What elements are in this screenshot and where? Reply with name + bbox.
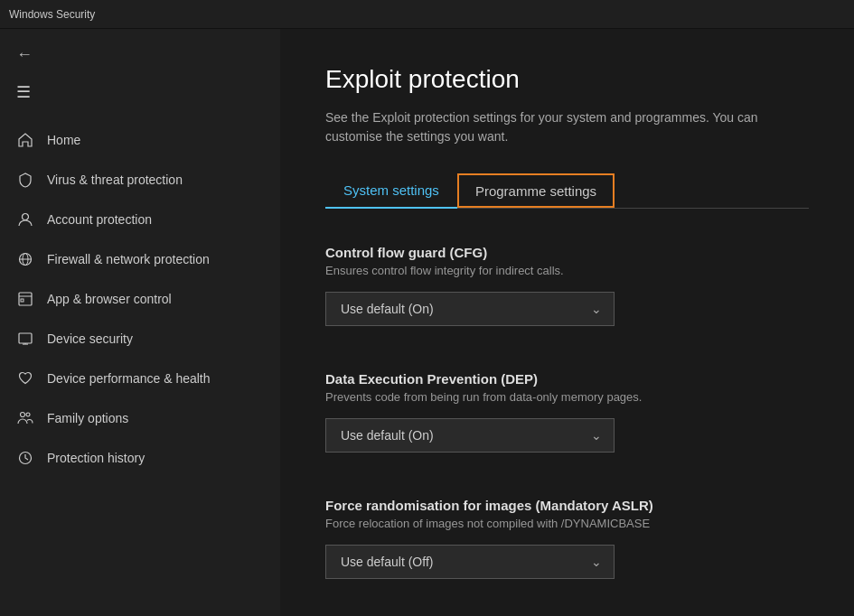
svg-rect-6 — [21, 299, 23, 302]
sidebar-item-device-security[interactable]: Device security — [0, 319, 280, 359]
cfg-title: Control flow guard (CFG) — [325, 245, 809, 260]
sidebar-item-virus[interactable]: Virus & threat protection — [0, 160, 280, 200]
sidebar-item-home[interactable]: Home — [0, 120, 280, 160]
history-icon — [16, 449, 34, 467]
svg-rect-7 — [19, 333, 32, 343]
sidebar-item-device-health[interactable]: Device performance & health — [0, 359, 280, 398]
dep-dropdown-wrapper: Use default (On) On Off ⌄ — [325, 418, 615, 453]
aslr-desc: Force relocation of images not compiled … — [325, 517, 809, 530]
app-body: ← ☰ Home Virus & — [0, 29, 854, 616]
dep-title: Data Execution Prevention (DEP) — [325, 371, 809, 387]
sidebar-item-account-label: Account protection — [47, 212, 152, 227]
sidebar: ← ☰ Home Virus & — [0, 29, 280, 616]
family-icon — [16, 409, 34, 427]
setting-aslr: Force randomisation for images (Mandator… — [325, 498, 809, 579]
cfg-dropdown-wrapper: Use default (On) On Off ⌄ — [325, 292, 615, 326]
account-icon — [16, 210, 34, 229]
sidebar-item-account[interactable]: Account protection — [0, 200, 280, 239]
svg-point-11 — [26, 413, 30, 416]
sidebar-item-device-security-label: Device security — [47, 331, 133, 346]
dep-desc: Prevents code from being run from data-o… — [325, 390, 809, 404]
sidebar-item-history-label: Protection history — [47, 451, 145, 465]
tab-programme-settings[interactable]: Programme settings — [457, 173, 615, 208]
shield-icon — [16, 171, 34, 189]
setting-dep: Data Execution Prevention (DEP) Prevents… — [325, 371, 809, 453]
app-title: Windows Security — [9, 8, 95, 21]
sidebar-item-firewall-label: Firewall & network protection — [47, 252, 210, 266]
home-icon — [16, 131, 34, 149]
sidebar-item-app-browser[interactable]: App & browser control — [0, 279, 280, 319]
tab-system-settings[interactable]: System settings — [325, 173, 457, 209]
device-security-icon — [16, 330, 34, 348]
content-area: Exploit protection See the Exploit prote… — [280, 29, 854, 616]
menu-icon[interactable]: ☰ — [0, 73, 280, 111]
sidebar-item-history[interactable]: Protection history — [0, 438, 280, 478]
tab-bar: System settings Programme settings — [325, 173, 809, 209]
sidebar-item-firewall[interactable]: Firewall & network protection — [0, 239, 280, 279]
svg-point-10 — [21, 413, 25, 417]
back-button[interactable]: ← — [0, 36, 280, 73]
aslr-title: Force randomisation for images (Mandator… — [325, 498, 809, 513]
cfg-desc: Ensures control flow integrity for indir… — [325, 264, 809, 277]
back-icon: ← — [16, 45, 33, 64]
sidebar-item-app-label: App & browser control — [47, 292, 172, 306]
sidebar-nav: Home Virus & threat protection — [0, 120, 280, 478]
page-description: See the Exploit protection settings for … — [325, 108, 809, 146]
dep-dropdown[interactable]: Use default (On) On Off — [325, 418, 615, 453]
aslr-dropdown[interactable]: Use default (Off) On Off — [325, 545, 615, 579]
cfg-dropdown[interactable]: Use default (On) On Off — [325, 292, 615, 326]
page-title: Exploit protection — [325, 65, 809, 94]
sidebar-item-family-label: Family options — [47, 411, 128, 425]
sidebar-item-health-label: Device performance & health — [47, 371, 211, 386]
aslr-dropdown-wrapper: Use default (Off) On Off ⌄ — [325, 545, 615, 579]
app-browser-icon — [16, 290, 34, 308]
heart-icon — [16, 369, 34, 387]
setting-cfg: Control flow guard (CFG) Ensures control… — [325, 245, 809, 326]
network-icon — [16, 250, 34, 268]
title-bar: Windows Security — [0, 0, 854, 29]
sidebar-item-virus-label: Virus & threat protection — [47, 173, 183, 187]
svg-point-0 — [23, 214, 29, 220]
sidebar-item-family[interactable]: Family options — [0, 398, 280, 438]
sidebar-item-home-label: Home — [47, 133, 80, 147]
